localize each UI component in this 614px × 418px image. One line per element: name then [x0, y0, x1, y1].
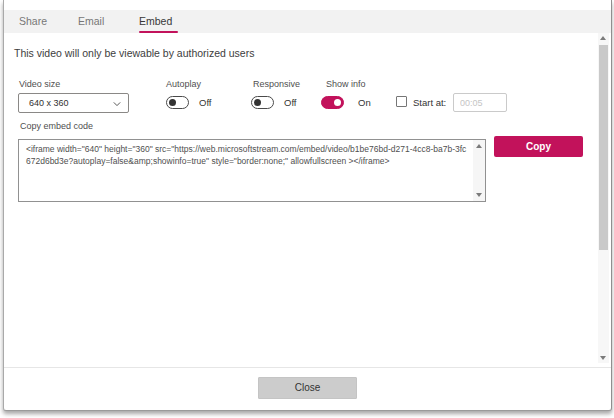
authorization-notice: This video will only be viewable by auth… — [14, 47, 254, 59]
tab-email[interactable]: Email — [78, 10, 104, 33]
start-at-checkbox[interactable] — [396, 96, 407, 107]
chevron-down-icon — [113, 100, 121, 108]
responsive-state: Off — [284, 97, 297, 108]
video-size-label: Video size — [19, 79, 60, 89]
show-info-label: Show info — [326, 79, 366, 89]
show-info-state: On — [358, 97, 371, 108]
scroll-up-icon[interactable] — [600, 36, 606, 40]
copy-button[interactable]: Copy — [494, 136, 583, 157]
tab-bar: Share Email Embed — [4, 10, 611, 33]
scroll-down-icon[interactable] — [600, 356, 606, 360]
tab-share[interactable]: Share — [19, 10, 47, 33]
toggle-knob — [254, 99, 261, 106]
show-info-toggle[interactable] — [321, 96, 344, 109]
dialog-scrollbar[interactable] — [598, 33, 609, 363]
video-size-select[interactable]: 640 x 360 — [18, 93, 129, 113]
responsive-toggle[interactable] — [251, 96, 274, 109]
embed-dialog: Share Email Embed This video will only b… — [3, 0, 612, 411]
toggle-knob — [169, 99, 176, 106]
autoplay-toggle[interactable] — [166, 96, 189, 109]
footer-divider — [4, 367, 611, 368]
scroll-up-icon[interactable] — [476, 144, 482, 148]
toggle-knob — [334, 99, 341, 106]
responsive-label: Responsive — [253, 79, 300, 89]
codebox-scrollbar[interactable] — [473, 140, 485, 201]
autoplay-label: Autoplay — [166, 79, 201, 89]
scrollbar-thumb[interactable] — [599, 45, 608, 250]
close-button[interactable]: Close — [258, 377, 357, 399]
video-size-value: 640 x 360 — [29, 98, 69, 108]
start-at-label: Start at: — [413, 97, 446, 108]
copy-embed-code-label: Copy embed code — [20, 121, 93, 131]
active-tab-underline — [139, 31, 178, 33]
autoplay-state: Off — [199, 97, 212, 108]
tab-embed[interactable]: Embed — [139, 10, 172, 33]
embed-code-text: <iframe width="640" height="360" src="ht… — [19, 140, 473, 201]
scroll-down-icon[interactable] — [476, 193, 482, 197]
start-at-input[interactable] — [453, 93, 507, 112]
embed-code-box[interactable]: <iframe width="640" height="360" src="ht… — [18, 139, 486, 202]
